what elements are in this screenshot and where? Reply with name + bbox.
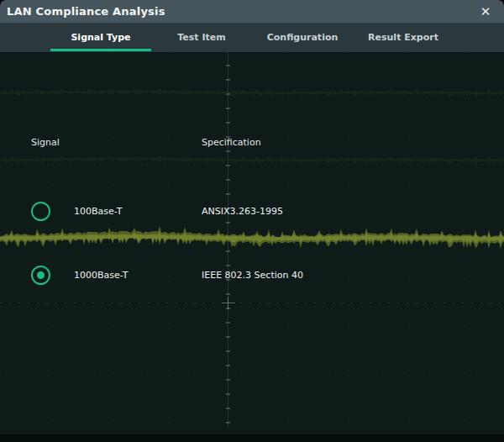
column-header-signal: Signal <box>31 137 60 148</box>
tab-configuration[interactable]: Configuration <box>252 23 353 52</box>
dialog-title: LAN Compliance Analysis <box>7 5 165 18</box>
screen-bottom-edge <box>0 434 504 442</box>
oscilloscope-screen: LAN Compliance Analysis ✕ Signal Type Te… <box>0 0 504 442</box>
signal-name: 100Base-T <box>74 202 122 221</box>
signal-row-100base-t[interactable]: 100Base-T ANSIX3.263-1995 <box>0 202 504 221</box>
signal-name: 1000Base-T <box>74 266 128 285</box>
tab-label: Configuration <box>267 32 339 43</box>
dialog-tabbar: Signal Type Test Item Configuration Resu… <box>0 23 504 52</box>
radio-100base-t[interactable] <box>31 202 50 221</box>
dialog-titlebar: LAN Compliance Analysis ✕ <box>0 0 504 23</box>
close-icon: ✕ <box>480 4 491 19</box>
signal-row-1000base-t[interactable]: 1000Base-T IEEE 802.3 Section 40 <box>0 266 504 285</box>
tab-result-export[interactable]: Result Export <box>353 23 454 52</box>
signal-specification: IEEE 802.3 Section 40 <box>202 266 303 285</box>
tab-label: Signal Type <box>71 32 130 43</box>
radio-1000base-t[interactable] <box>31 266 50 285</box>
tab-label: Result Export <box>368 32 438 43</box>
close-button[interactable]: ✕ <box>474 0 497 23</box>
dialog-body: Signal Specification 100Base-T ANSIX3.26… <box>0 52 504 434</box>
signal-specification: ANSIX3.263-1995 <box>202 202 283 221</box>
tab-test-item[interactable]: Test Item <box>151 23 252 52</box>
column-header-specification: Specification <box>202 137 261 148</box>
tab-signal-type[interactable]: Signal Type <box>50 23 151 52</box>
tab-label: Test Item <box>177 32 225 43</box>
